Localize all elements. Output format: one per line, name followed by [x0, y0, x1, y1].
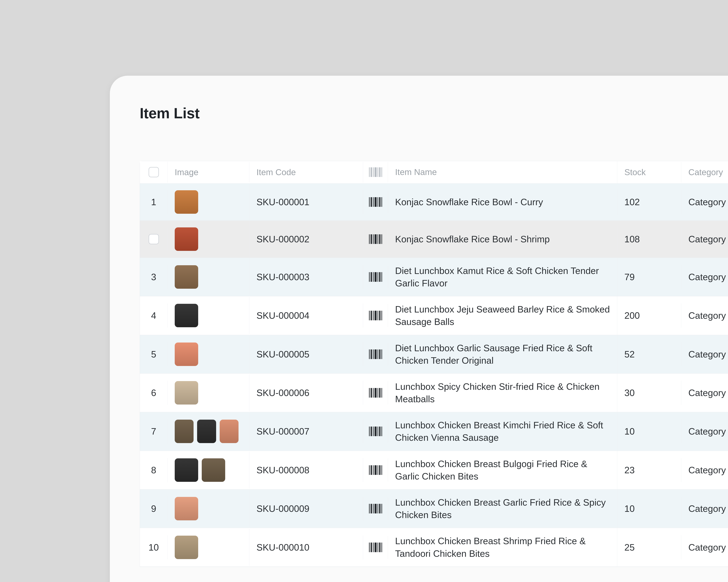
item-thumbnail[interactable] [197, 420, 216, 443]
row-index: 7 [151, 426, 156, 437]
stock-text: 102 [624, 197, 640, 207]
row-stock: 108 [617, 227, 681, 251]
row-item-name: Lunchbox Chicken Breast Garlic Fried Ric… [388, 490, 617, 528]
row-index: 4 [151, 310, 156, 321]
category-text: Category A [688, 234, 728, 244]
item-thumbnail[interactable] [175, 458, 198, 482]
row-index: 3 [151, 272, 156, 282]
table-row[interactable]: 1SKU-000001Konjac Snowflake Rice Bowl - … [140, 184, 728, 221]
item-thumbnail[interactable] [175, 381, 198, 404]
barcode-icon[interactable] [369, 504, 382, 513]
row-index: 8 [151, 465, 156, 475]
select-all-checkbox[interactable] [149, 167, 159, 177]
barcode-icon[interactable] [369, 311, 382, 320]
table-row[interactable]: 3SKU-000003Diet Lunchbox Kamut Rice & So… [140, 258, 728, 296]
header-image[interactable]: Image [167, 162, 249, 182]
row-barcode-cell [363, 420, 388, 443]
header-item-code-label: Item Code [257, 167, 296, 177]
stock-text: 30 [624, 388, 635, 398]
row-stock: 200 [617, 303, 681, 327]
item-thumbnail[interactable] [175, 343, 198, 366]
row-index: 5 [151, 349, 156, 360]
barcode-icon[interactable] [369, 465, 382, 475]
category-text: Category C [688, 426, 728, 437]
row-category: Category C [681, 535, 728, 559]
item-thumbnail[interactable] [175, 304, 198, 327]
page-title: Item List [140, 105, 200, 122]
header-item-name-label: Item Name [395, 166, 437, 178]
row-item-name: Lunchbox Chicken Breast Kimchi Fried Ric… [388, 412, 617, 451]
table-row[interactable]: 4SKU-000004Diet Lunchbox Jeju Seaweed Ba… [140, 296, 728, 335]
category-text: Category C [688, 542, 728, 553]
row-item-code: SKU-000006 [249, 381, 363, 405]
item-thumbnail[interactable] [175, 265, 198, 289]
table-row[interactable]: 10SKU-000010Lunchbox Chicken Breast Shri… [140, 528, 728, 566]
row-image-cell [167, 413, 249, 450]
item-code-text: SKU-000007 [257, 426, 309, 437]
header-stock[interactable]: Stock [617, 162, 681, 182]
item-code-text: SKU-000004 [257, 310, 309, 321]
row-category: Category B [681, 303, 728, 327]
window: Item List Image Item Code [110, 76, 728, 582]
row-category: Category C [681, 458, 728, 482]
stock-text: 200 [624, 310, 640, 321]
category-text: Category A [688, 197, 728, 207]
category-text: Category B [688, 349, 728, 360]
item-code-text: SKU-000003 [257, 272, 309, 282]
row-image-cell [167, 259, 249, 295]
header-item-name[interactable]: Item Name [388, 161, 617, 183]
item-name-text: Diet Lunchbox Kamut Rice & Soft Chicken … [395, 265, 610, 289]
row-stock: 10 [617, 419, 681, 444]
row-index-cell: 6 [140, 381, 167, 405]
row-item-code: SKU-000010 [249, 535, 363, 559]
row-barcode-cell [363, 381, 388, 404]
row-index-cell: 3 [140, 265, 167, 289]
item-name-text: Konjac Snowflake Rice Bowl - Shrimp [395, 233, 550, 245]
item-code-text: SKU-000002 [257, 234, 309, 244]
row-category: Category C [681, 419, 728, 444]
row-item-name: Lunchbox Chicken Breast Shrimp Fried Ric… [388, 528, 617, 566]
row-item-code: SKU-000008 [249, 458, 363, 482]
header-item-code[interactable]: Item Code [249, 162, 363, 182]
stock-text: 108 [624, 234, 640, 244]
barcode-icon[interactable] [369, 427, 382, 436]
row-index-cell: 8 [140, 458, 167, 482]
stock-text: 25 [624, 542, 635, 553]
header-category[interactable]: Category [681, 162, 728, 182]
item-thumbnail[interactable] [202, 458, 225, 482]
barcode-icon[interactable] [369, 349, 382, 359]
item-thumbnail[interactable] [220, 420, 238, 443]
row-item-code: SKU-000004 [249, 303, 363, 327]
table-row[interactable]: SKU-000002Konjac Snowflake Rice Bowl - S… [140, 221, 728, 258]
header-barcode[interactable] [363, 162, 388, 182]
barcode-icon[interactable] [369, 234, 382, 244]
table-row[interactable]: 8SKU-000008Lunchbox Chicken Breast Bulgo… [140, 451, 728, 490]
barcode-icon [369, 167, 382, 177]
item-code-text: SKU-000005 [257, 349, 309, 360]
barcode-icon[interactable] [369, 543, 382, 552]
barcode-icon[interactable] [369, 197, 382, 207]
row-checkbox[interactable] [149, 234, 159, 244]
table-row[interactable]: 6SKU-000006Lunchbox Spicy Chicken Stir-f… [140, 374, 728, 412]
item-code-text: SKU-000010 [257, 542, 309, 553]
barcode-icon[interactable] [369, 272, 382, 282]
row-category: Category B [681, 265, 728, 289]
row-stock: 79 [617, 265, 681, 289]
item-thumbnail[interactable] [175, 497, 198, 520]
barcode-icon[interactable] [369, 388, 382, 398]
row-stock: 52 [617, 342, 681, 366]
row-image-cell [167, 297, 249, 334]
item-thumbnail[interactable] [175, 190, 198, 214]
table-row[interactable]: 7SKU-000007Lunchbox Chicken Breast Kimch… [140, 412, 728, 451]
row-index-cell [140, 227, 167, 251]
table-row[interactable]: 9SKU-000009Lunchbox Chicken Breast Garli… [140, 490, 728, 528]
stock-text: 52 [624, 349, 635, 360]
item-thumbnail[interactable] [175, 228, 198, 251]
row-image-cell [167, 490, 249, 527]
category-text: Category C [688, 388, 728, 398]
header-image-label: Image [175, 167, 198, 177]
table-row[interactable]: 5SKU-000005Diet Lunchbox Garlic Sausage … [140, 335, 728, 374]
item-name-text: Diet Lunchbox Jeju Seaweed Barley Rice &… [395, 303, 610, 328]
item-thumbnail[interactable] [175, 536, 198, 559]
item-thumbnail[interactable] [175, 420, 193, 443]
